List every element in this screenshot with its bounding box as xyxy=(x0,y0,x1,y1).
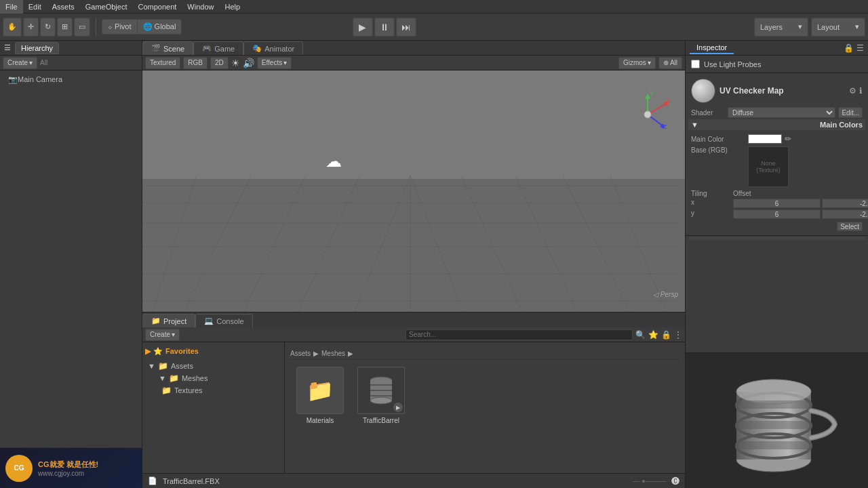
meshes-crumb[interactable]: Meshes xyxy=(321,350,345,357)
shader-dropdown[interactable]: Diffuse xyxy=(728,107,835,118)
select-btn[interactable]: Select xyxy=(837,222,863,231)
scene-view[interactable]: ☁ xyxy=(142,70,685,312)
hierarchy-item-maincamera[interactable]: 📷 Main Camera xyxy=(0,73,142,85)
rgb-btn[interactable]: RGB xyxy=(183,57,208,69)
textures-folder[interactable]: 📁 Textures xyxy=(145,384,281,396)
more-icon[interactable]: ⋮ xyxy=(674,330,682,340)
none-texture-label: None (Texture) xyxy=(749,160,788,174)
animator-tab-icon: 🎭 xyxy=(252,44,262,53)
cgjoy-url: www.cgjoy.com xyxy=(38,470,98,477)
menu-edit[interactable]: Edit xyxy=(23,0,47,14)
zoom-controls[interactable]: — ●——— xyxy=(633,477,666,485)
tiling-x-label: x xyxy=(691,199,732,208)
inspector-lock-icon[interactable]: 🔒 xyxy=(844,43,854,53)
project-search-input[interactable] xyxy=(406,329,633,340)
effects-label: Effects xyxy=(262,59,282,66)
gizmos-btn[interactable]: Gizmos ▾ xyxy=(618,57,656,69)
main-color-pencil-icon[interactable]: ✏ xyxy=(785,134,791,144)
hand-tool[interactable]: ✋ xyxy=(3,18,22,37)
layers-dropdown[interactable]: Layers ▾ xyxy=(754,18,808,37)
file-icon: 📄 xyxy=(148,476,157,485)
offset-y-input[interactable]: -2.5 xyxy=(822,209,868,219)
pause-button[interactable]: ⏸ xyxy=(374,18,395,37)
scene-cloud: ☁ xyxy=(326,152,342,171)
base-texture-box[interactable]: None (Texture) xyxy=(748,146,789,187)
main-color-swatch[interactable] xyxy=(748,134,782,144)
twod-btn[interactable]: 2D xyxy=(210,57,229,69)
layers-chevron-icon: ▾ xyxy=(798,22,802,31)
effects-btn[interactable]: Effects ▾ xyxy=(257,57,292,69)
star-icon[interactable]: ⭐ xyxy=(648,330,658,340)
materials-thumb: 📁 xyxy=(296,367,344,414)
global-label[interactable]: 🌐 Global xyxy=(138,20,182,34)
rotate-tool[interactable]: ↻ xyxy=(40,18,56,37)
move-tool[interactable]: ✛ xyxy=(23,18,39,37)
audio-toggle[interactable]: 🔊 xyxy=(243,58,254,68)
svg-point-44 xyxy=(736,380,811,404)
layout-dropdown[interactable]: Layout ▾ xyxy=(811,18,865,37)
search-icon[interactable]: 🔍 xyxy=(635,330,646,340)
meshes-folder[interactable]: ▼ 📁 Meshes xyxy=(145,372,281,384)
statusbar-file: TrafficBarrel.FBX xyxy=(163,477,220,485)
scene-tab-animator[interactable]: 🎭 Animator xyxy=(243,41,303,55)
scene-tab-game[interactable]: 🎮 Game xyxy=(193,41,243,55)
shader-edit-btn[interactable]: Edit... xyxy=(838,107,863,118)
assets-folder[interactable]: ▼ 📁 Assets xyxy=(145,360,281,372)
project-tab[interactable]: 📁 Project xyxy=(142,314,195,327)
tiling-y-input[interactable]: 6 xyxy=(733,209,821,219)
light-toggle[interactable]: ☀ xyxy=(231,58,240,68)
game-tab-label: Game xyxy=(214,45,235,53)
svg-rect-0 xyxy=(142,70,685,179)
offset-x-input[interactable]: -2.5 xyxy=(822,199,868,208)
main-camera-label: Main Camera xyxy=(18,75,62,83)
assets-crumb[interactable]: Assets xyxy=(290,350,311,357)
menu-assets[interactable]: Assets xyxy=(47,0,80,14)
menu-window[interactable]: Window xyxy=(182,0,219,14)
lock-icon-bottom[interactable]: 🔒 xyxy=(661,330,671,340)
all-btn[interactable]: ⊕ All xyxy=(658,57,682,69)
menu-file[interactable]: File xyxy=(0,0,23,14)
pivot-label[interactable]: ⬦ Pivot xyxy=(102,20,138,34)
hierarchy-collapse-icon[interactable]: ☰ xyxy=(4,43,11,52)
svg-rect-45 xyxy=(736,401,811,409)
asset-item-materials[interactable]: 📁 Materials xyxy=(293,367,347,424)
console-tab-icon: 💻 xyxy=(204,317,214,325)
material-actions: ⚙ ℹ xyxy=(849,86,863,96)
tiling-x-input[interactable]: 6 xyxy=(733,199,821,208)
material-settings-icon[interactable]: ⚙ xyxy=(849,86,856,96)
menu-component[interactable]: Component xyxy=(132,0,182,14)
step-button[interactable]: ⏭ xyxy=(396,18,416,37)
menu-gameobject[interactable]: GameObject xyxy=(80,0,133,14)
main-content: ☰ Hierarchy Create ▾ All 📷 Main Camera C… xyxy=(0,41,868,488)
textured-btn[interactable]: Textured xyxy=(145,57,180,69)
inspector-panel: Inspector 🔒 ☰ Use Light Probes U xyxy=(685,41,868,488)
scene-tab-scene[interactable]: 🎬 Scene xyxy=(142,41,193,55)
select-spacer xyxy=(822,190,868,197)
bottom-toolbar: Create ▾ 🔍 ⭐ 🔒 ⋮ xyxy=(142,327,685,342)
material-info-icon[interactable]: ℹ xyxy=(859,86,863,96)
favorites-header[interactable]: ▶ ⭐ Favorites xyxy=(145,345,281,357)
light-probes-row: Use Light Probes xyxy=(688,58,865,70)
cgjoy-watermark: CG CG就爱 就是任性! www.cgjoy.com xyxy=(0,447,142,488)
select-row: Select xyxy=(688,220,865,232)
asset-breadcrumb: Assets ▶ Meshes ▶ xyxy=(290,348,679,360)
rect-tool[interactable]: ▭ xyxy=(74,18,90,37)
material-name: UV Checker Map xyxy=(719,86,784,96)
hierarchy-create-btn[interactable]: Create ▾ xyxy=(3,57,37,69)
inspector-menu-icon[interactable]: ☰ xyxy=(856,43,864,53)
light-probes-checkbox[interactable] xyxy=(691,60,700,68)
inspector-tabs: Inspector xyxy=(690,42,734,54)
asset-item-trafficbarrel[interactable]: ▶ TrafficBarrel xyxy=(354,367,408,424)
center-panel: 🎬 Scene 🎮 Game 🎭 Animator Textured RGB 2… xyxy=(142,41,685,488)
pivot-global-toggle[interactable]: ⬦ Pivot 🌐 Global xyxy=(102,19,182,35)
play-button[interactable]: ▶ xyxy=(353,18,373,37)
gizmo-svg: Y X Z xyxy=(624,91,671,138)
menu-help[interactable]: Help xyxy=(219,0,245,14)
project-create-btn[interactable]: Create ▾ xyxy=(145,329,180,341)
hierarchy-tab[interactable]: Hierarchy xyxy=(15,42,59,54)
inspector-tab-inspector[interactable]: Inspector xyxy=(690,42,734,54)
base-rgb-row: Base (RGB) None (Texture) xyxy=(688,145,865,188)
scale-tool[interactable]: ⊞ xyxy=(57,18,73,37)
transform-tools: ✋ ✛ ↻ ⊞ ▭ xyxy=(3,18,90,37)
console-tab[interactable]: 💻 Console xyxy=(195,314,252,327)
